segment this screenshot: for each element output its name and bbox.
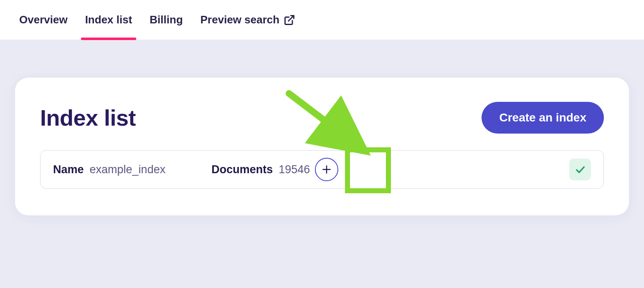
card-header: Index list Create an index <box>40 102 604 134</box>
documents-label: Documents <box>211 163 273 176</box>
create-index-button[interactable]: Create an index <box>482 102 604 134</box>
documents-value: 19546 <box>279 163 310 176</box>
tabs-bar: Overview Index list Billing Preview sear… <box>0 0 644 40</box>
tab-billing[interactable]: Billing <box>149 0 183 40</box>
name-value: example_index <box>90 163 166 176</box>
tab-index-list[interactable]: Index list <box>84 0 133 40</box>
tab-label: Overview <box>19 13 68 26</box>
index-list-card: Index list Create an index Name example_… <box>15 78 629 215</box>
plus-icon <box>321 164 332 175</box>
documents-group: Documents 19546 <box>211 158 338 181</box>
index-row[interactable]: Name example_index Documents 19546 <box>40 150 604 189</box>
check-icon <box>574 164 586 175</box>
status-badge <box>569 159 591 180</box>
add-documents-button[interactable] <box>315 158 338 181</box>
svg-line-0 <box>289 15 294 21</box>
page-title: Index list <box>40 105 136 131</box>
tab-overview[interactable]: Overview <box>18 0 68 40</box>
external-link-icon <box>284 14 295 26</box>
content-area: Index list Create an index Name example_… <box>0 40 644 215</box>
name-label: Name <box>53 163 84 176</box>
tab-label: Preview search <box>200 13 279 26</box>
tab-label: Index list <box>85 13 132 26</box>
tab-label: Billing <box>150 13 183 26</box>
tab-preview-search[interactable]: Preview search <box>200 0 296 40</box>
